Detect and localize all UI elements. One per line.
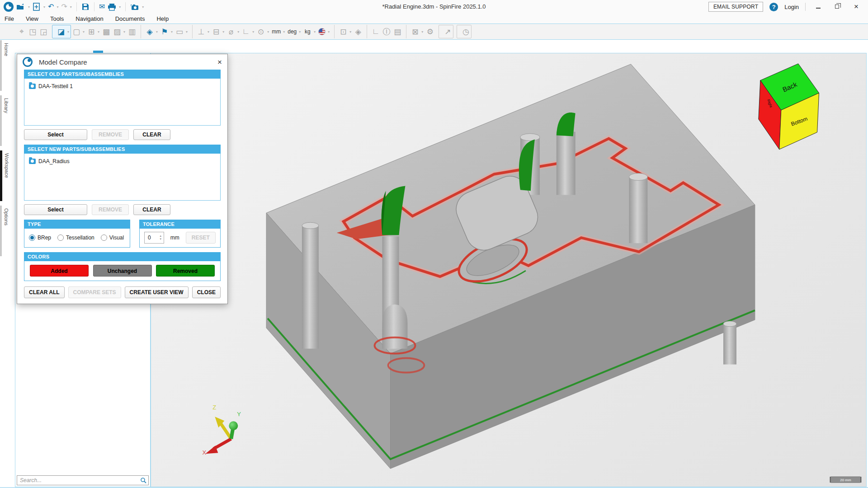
compare-sets-button[interactable]: COMPARE SETS [68,286,121,298]
radio-icon[interactable] [57,235,64,241]
dropdown-caret-icon[interactable]: ▾ [349,30,351,34]
redo-caret-icon[interactable]: ▾ [70,5,72,9]
close-button[interactable]: CLOSE [192,286,221,298]
orbit-model-icon[interactable]: ◳ ▾ [27,25,38,38]
tolerance-value[interactable]: 0 [145,235,158,241]
markup-flag-icon[interactable]: ⚑ ▾ [159,25,174,38]
search-icon[interactable] [140,477,146,483]
open-file-caret-icon[interactable]: ▾ [28,5,30,9]
sidebar-tab-library[interactable]: Library [0,95,15,146]
tolerance-spinner[interactable]: 0 ▲ ▼ [144,232,164,244]
dropdown-caret-icon[interactable]: ▾ [208,30,209,34]
help-icon[interactable]: ? [769,3,778,11]
unit-mass-label[interactable]: kg ▾ [302,25,317,38]
print-icon[interactable] [108,3,116,11]
import-model-icon[interactable]: ◲ ▾ [38,25,49,38]
compare-windows-icon[interactable]: ⊡ ▾ [334,25,353,38]
radio-icon[interactable] [29,235,35,241]
annotation-callout-icon[interactable]: ▭ ▾ [174,25,189,38]
dropdown-caret-icon[interactable]: ▾ [67,30,69,34]
statistics-icon[interactable]: ▤ ▾ [392,25,403,38]
dropdown-caret-icon[interactable]: ▾ [186,30,188,34]
material-library-icon[interactable]: ▥ ▾ [127,25,137,38]
old-parts-list[interactable]: DAA-Testteil 1 [24,79,221,126]
dropdown-caret-icon[interactable]: ▾ [267,30,269,34]
redo-icon[interactable]: ↷ [61,2,67,12]
dropdown-caret-icon[interactable]: ▾ [83,30,85,34]
saved-views-icon[interactable]: ⊟ ▾ [211,25,226,38]
dropdown-caret-icon[interactable]: ▾ [237,30,239,34]
sidebar-tab-workspace[interactable]: Workspace [0,150,15,201]
probe-pin-icon[interactable]: ⊙ ▾ [255,25,270,38]
script-icon[interactable]: ⊠ ▾ [406,25,425,38]
shaded-view-icon[interactable]: ◪ ▾ [52,25,71,38]
history-clock-icon[interactable]: ◷ ▾ [457,25,472,38]
old-clear-button[interactable]: CLEAR [133,129,170,140]
dialog-header[interactable]: Model Compare × [17,54,227,70]
create-user-view-button[interactable]: CREATE USER VIEW [125,286,189,298]
orientation-cube[interactable]: Back Bottom Right [759,64,819,150]
snapshot-caret-icon[interactable]: ▾ [142,5,144,9]
reset-button[interactable]: RESET [186,232,216,244]
added-color-button[interactable]: Added [30,265,89,277]
info-icon[interactable]: Ⓘ ▾ [381,25,392,38]
language-flag-icon[interactable]: ▾ [317,25,331,38]
viewport-layout-icon[interactable]: ⊞ ▾ [86,25,101,38]
dropdown-caret-icon[interactable]: ▾ [156,30,158,34]
sidebar-tab-home[interactable]: Home [0,40,15,91]
menu-navigation[interactable]: Navigation [75,15,103,22]
new-select-button[interactable]: Select [24,204,87,215]
dropdown-caret-icon[interactable]: ▾ [98,30,99,34]
menu-tools[interactable]: Tools [50,15,64,22]
menu-view[interactable]: View [26,15,38,22]
section-hatch-icon[interactable]: ▨ ▾ [112,25,127,38]
dropdown-caret-icon[interactable]: ▾ [171,30,173,34]
removed-color-button[interactable]: Removed [156,265,215,277]
menu-file[interactable]: File [5,15,14,22]
select-target-icon[interactable]: ⌖ ▾ [16,25,27,38]
model-views-icon[interactable]: ◈ ▾ [353,25,363,38]
old-remove-button[interactable]: REMOVE [92,129,129,140]
dropdown-caret-icon[interactable]: ▾ [252,30,254,34]
exploded-view-icon[interactable]: ◈ ▾ [141,25,159,38]
radio-icon[interactable] [101,235,107,241]
open-external-icon[interactable]: ↗ ▾ [439,25,453,38]
viewport-3d[interactable]: Back Bottom Right X Y Z 20 mm [151,53,867,487]
menu-help[interactable]: Help [156,15,169,22]
sidebar-tab-options[interactable]: Options [0,206,15,256]
texture-icon[interactable]: ▩ ▾ [101,25,112,38]
brep-radio[interactable]: BRep [29,235,51,241]
new-document-icon[interactable] [33,3,41,11]
undo-icon[interactable]: ↶ [48,2,54,12]
settings-gear-icon[interactable]: ⚙ ▾ [425,25,435,38]
tessellation-radio[interactable]: Tessellation [57,235,94,241]
restore-button[interactable] [831,2,844,11]
spinner-up-icon[interactable]: ▲ [159,235,162,238]
unit-angle-label[interactable]: deg ▾ [286,25,302,38]
dropdown-caret-icon[interactable]: ▾ [123,30,125,34]
wireframe-view-icon[interactable]: ▢ ▾ [71,25,86,38]
minimize-button[interactable] [812,2,825,11]
open-file-icon[interactable] [16,3,25,10]
new-clear-button[interactable]: CLEAR [133,204,170,215]
old-select-button[interactable]: Select [24,129,87,140]
new-parts-list[interactable]: DAA_Radius [24,154,221,201]
dropdown-caret-icon[interactable]: ▾ [328,30,330,34]
menu-documents[interactable]: Documents [115,15,145,22]
clear-all-button[interactable]: CLEAR ALL [24,286,65,298]
unchanged-color-button[interactable]: Unchanged [93,265,152,277]
search-input[interactable] [17,477,140,483]
angle-measure-icon[interactable]: ∟ ▾ [241,25,255,38]
print-caret-icon[interactable]: ▾ [119,5,121,9]
dropdown-caret-icon[interactable]: ▾ [299,30,301,34]
email-icon[interactable]: ✉ [99,2,105,12]
login-button[interactable]: Login [784,4,799,10]
dropdown-caret-icon[interactable]: ▾ [421,30,423,34]
unit-length-label[interactable]: mm ▾ [270,25,286,38]
dropdown-caret-icon[interactable]: ▾ [314,30,316,34]
new-remove-button[interactable]: REMOVE [92,204,129,215]
list-item[interactable]: DAA_Radius [29,158,216,164]
dropdown-caret-icon[interactable]: ▾ [283,30,285,34]
dropdown-caret-icon[interactable]: ▾ [222,30,224,34]
visual-radio[interactable]: Visual [101,235,124,241]
